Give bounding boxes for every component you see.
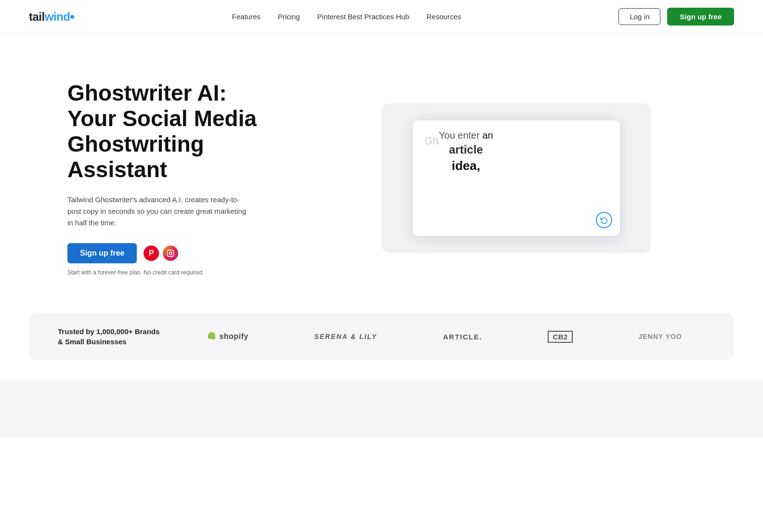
nav-resources[interactable]: Resources	[427, 13, 461, 21]
nav-actions: Log in Sign up free	[618, 8, 734, 26]
article-logo: ARTICLE.	[443, 333, 482, 341]
logo-wind: wind	[45, 10, 70, 24]
footer-space	[0, 379, 763, 437]
cb2-logo: CB2	[548, 331, 573, 343]
navbar: tailwind Features Pricing Pinterest Best…	[0, 0, 763, 34]
hero-title: Ghostwriter AI: Your Social Media Ghostw…	[67, 80, 270, 182]
hero-signup-button[interactable]: Sign up free	[67, 243, 137, 263]
trust-bar: Trusted by 1,000,000+ Brands & Small Bus…	[29, 313, 734, 360]
hero-note: Start with a forever-free plan. No credi…	[67, 269, 270, 276]
card-line2: article	[439, 143, 493, 156]
refresh-icon[interactable]	[596, 212, 612, 228]
social-icons: P	[144, 246, 178, 261]
nav-pricing[interactable]: Pricing	[278, 13, 300, 21]
nav-links: Features Pricing Pinterest Best Practice…	[232, 13, 461, 21]
logo-tail: tail	[29, 10, 45, 24]
nav-features[interactable]: Features	[232, 13, 261, 21]
animated-text-group: You enter an article idea,	[439, 130, 493, 173]
card-placeholder: Gh	[424, 135, 438, 147]
hero-visual-background: Gh You enter an article idea,	[382, 104, 651, 253]
hero-description: Tailwind Ghostwriter's advanced A.I. cre…	[67, 194, 250, 229]
nav-pinterest[interactable]: Pinterest Best Practices Hub	[317, 13, 409, 21]
svg-rect-0	[168, 250, 174, 256]
pinterest-icon: P	[144, 246, 159, 261]
login-button[interactable]: Log in	[618, 8, 660, 25]
svg-point-1	[170, 252, 172, 254]
ghostwriter-card: Gh You enter an article idea,	[413, 120, 620, 236]
nav-signup-button[interactable]: Sign up free	[667, 8, 734, 26]
jennyyoo-logo: JENNY YOO	[638, 333, 682, 340]
trust-logos: shopify SERENA & LILY ARTICLE. CB2 JENNY…	[183, 331, 705, 343]
hero-left: Ghostwriter AI: Your Social Media Ghostw…	[67, 80, 270, 276]
trust-text: Trusted by 1,000,000+ Brands & Small Bus…	[58, 326, 164, 347]
logo-dot-icon	[70, 15, 74, 19]
card-line3: idea,	[439, 158, 493, 173]
shopify-logo: shopify	[206, 331, 248, 342]
hero-cta-row: Sign up free P	[67, 243, 270, 263]
logo[interactable]: tailwind	[29, 10, 74, 24]
instagram-icon	[163, 246, 178, 261]
hero-right: Gh You enter an article idea,	[299, 104, 734, 253]
hero-section: Ghostwriter AI: Your Social Media Ghostw…	[0, 34, 763, 313]
serena-logo: SERENA & LILY	[314, 333, 377, 340]
svg-point-2	[172, 251, 172, 251]
card-line1: You enter an	[439, 130, 493, 141]
typing-area: Gh You enter an article idea,	[424, 135, 608, 147]
